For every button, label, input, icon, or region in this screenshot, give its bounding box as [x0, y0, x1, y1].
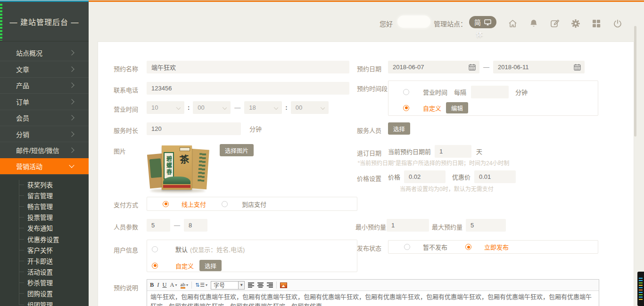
home-icon[interactable]	[506, 17, 519, 30]
publish-now-radio[interactable]	[465, 244, 471, 250]
line-height-button[interactable]: ⇅☰▾	[195, 282, 207, 288]
editor-content[interactable]: 端午狂欢，包厢有优惠端午狂欢，包厢有优惠端午狂欢，包厢有优惠端午狂欢，包厢有优惠…	[147, 291, 599, 306]
submenu-item-seckill-mgmt[interactable]: 秒杀管理	[0, 277, 89, 288]
submenu-item-coupon-settings[interactable]: 优惠券设置	[0, 234, 89, 244]
pay-online-label[interactable]: 线上支付	[182, 200, 206, 209]
user-custom-label[interactable]: 自定义	[175, 261, 194, 270]
picture-label: 图片	[114, 146, 126, 155]
publish-now-label[interactable]: 立即发布	[484, 242, 509, 251]
underline-button[interactable]: U	[163, 282, 167, 289]
submenu-item-groupteam-mgmt[interactable]: 组团管理	[0, 299, 89, 306]
submenu-item-label: 畅言管理	[27, 201, 53, 211]
submenu-item-card-gift[interactable]: 开卡即送	[0, 255, 89, 266]
sidebar-item-marketing[interactable]: 营销活动	[0, 158, 89, 174]
apps-grid-icon[interactable]	[590, 17, 603, 30]
from-hour-select[interactable]: 10	[147, 101, 184, 114]
submenu-item-vote-mgmt[interactable]: 投票管理	[0, 212, 89, 223]
publish-later-radio[interactable]	[404, 244, 410, 250]
user-default-label[interactable]: 默认	[175, 245, 188, 254]
price-input[interactable]	[404, 170, 446, 183]
highlight-button[interactable]: ab▾	[181, 282, 188, 289]
sidebar-item-articles[interactable]: 文章	[0, 61, 89, 77]
publish-later-label[interactable]: 暂不发布	[423, 242, 447, 251]
cancel-days-input[interactable]	[435, 145, 471, 158]
language-label-top: 简	[474, 17, 481, 27]
slot-edit-button[interactable]: 编辑	[446, 102, 468, 113]
slot-business-label[interactable]: 营业时间	[423, 88, 447, 97]
submenu-item-comment-mgmt[interactable]: 畅言管理	[0, 201, 89, 211]
to-minute-select[interactable]: 00	[291, 101, 329, 114]
people-max-input[interactable]	[184, 219, 207, 232]
date-to-input[interactable]: 2018-06-11	[493, 61, 585, 73]
submenu-item-message-mgmt[interactable]: 留言管理	[0, 190, 89, 201]
italic-button[interactable]: I	[157, 282, 159, 289]
sidebar-item-label: 订单	[16, 97, 29, 106]
redacted-username	[397, 16, 430, 28]
business-hours-label: 营业时间	[114, 105, 138, 113]
from-minute-select[interactable]: 00	[193, 101, 231, 114]
align-center-button[interactable]	[257, 282, 264, 288]
payment-box: 线上支付 到店支付	[147, 197, 357, 211]
choose-image-button[interactable]: 选择图片	[220, 144, 254, 156]
from-hour-value: 10	[151, 104, 158, 111]
floating-extension-widget[interactable]	[637, 272, 644, 306]
chevron-right-icon	[69, 99, 74, 104]
compose-icon[interactable]	[549, 17, 561, 30]
submenu-item-groupbuy-settings[interactable]: 团购设置	[0, 288, 89, 299]
contact-phone-input[interactable]	[147, 82, 349, 95]
tea-box-brush-text: 茶	[179, 152, 190, 167]
pay-instore-radio[interactable]	[222, 201, 228, 207]
slot-custom-label[interactable]: 自定义	[423, 104, 441, 113]
user-custom-radio[interactable]	[152, 263, 158, 269]
booking-name-input[interactable]	[147, 61, 349, 73]
font-color-button[interactable]: A▾	[170, 282, 177, 289]
user-default-radio[interactable]	[152, 246, 158, 252]
sidebar-item-site-overview[interactable]: 站点概况	[0, 45, 89, 61]
sidebar-green-dashes	[0, 4, 2, 40]
people-min-input[interactable]	[147, 219, 170, 232]
min-booking-input[interactable]	[387, 219, 429, 232]
submenu-item-publish-notice[interactable]: 发布通知	[0, 223, 89, 234]
language-label-bottom: 体	[476, 29, 483, 39]
submenu-item-awards-list[interactable]: 获奖列表	[0, 179, 89, 190]
insert-image-button[interactable]	[280, 282, 287, 288]
power-icon[interactable]	[611, 17, 624, 30]
align-left-button[interactable]	[248, 282, 254, 288]
submenu-item-customer-care[interactable]: 客户关怀	[0, 244, 89, 255]
max-booking-input[interactable]	[466, 219, 506, 232]
chevron-down-icon	[69, 163, 74, 168]
pay-instore-label[interactable]: 到店支付	[242, 200, 266, 209]
people-range-label: 人员参数	[114, 222, 138, 231]
sidebar-item-members[interactable]: 会员	[0, 110, 89, 126]
duration-unit: 分钟	[249, 124, 262, 133]
gear-icon[interactable]	[570, 17, 582, 30]
tea-box-hills-art	[163, 177, 190, 184]
slot-custom-radio[interactable]	[403, 105, 409, 111]
sidebar-item-distribution[interactable]: 分销	[0, 126, 89, 142]
description-label: 预约说明	[114, 283, 138, 292]
service-duration-input[interactable]	[147, 122, 241, 135]
language-switch-pill[interactable]: 简	[469, 16, 496, 28]
user-choose-button[interactable]: 选择	[199, 260, 222, 271]
date-from-input[interactable]: 2018-06-07	[388, 61, 479, 73]
interval-input[interactable]	[471, 86, 509, 98]
bold-button[interactable]: B	[150, 282, 154, 289]
font-size-select[interactable]: 字号▼	[211, 281, 245, 290]
contact-phone-label: 联系电话	[114, 85, 138, 94]
pay-online-radio[interactable]	[163, 201, 169, 207]
user-default-note: (仅显示：姓名,电话)	[190, 245, 245, 254]
sidebar-item-mail-sms-wechat[interactable]: 邮件/短信/微信	[0, 142, 89, 158]
user-info-custom-row: 自定义 选择	[152, 260, 222, 271]
staff-choose-button[interactable]: 选择	[388, 122, 410, 135]
service-duration-label: 服务时长	[114, 126, 138, 135]
vertical-scrollbar-thumb[interactable]	[634, 26, 636, 137]
to-hour-select[interactable]: 18	[244, 101, 282, 114]
bell-icon[interactable]	[528, 17, 540, 30]
submenu-item-activity-settings[interactable]: 活动设置	[0, 266, 89, 277]
discount-input[interactable]	[474, 170, 516, 183]
align-right-button[interactable]	[267, 282, 273, 288]
sidebar-item-products[interactable]: 产品	[0, 77, 89, 93]
slot-business-radio[interactable]	[403, 89, 409, 95]
sidebar-item-orders[interactable]: 订单	[0, 93, 89, 109]
to-hour-value: 18	[249, 104, 256, 111]
